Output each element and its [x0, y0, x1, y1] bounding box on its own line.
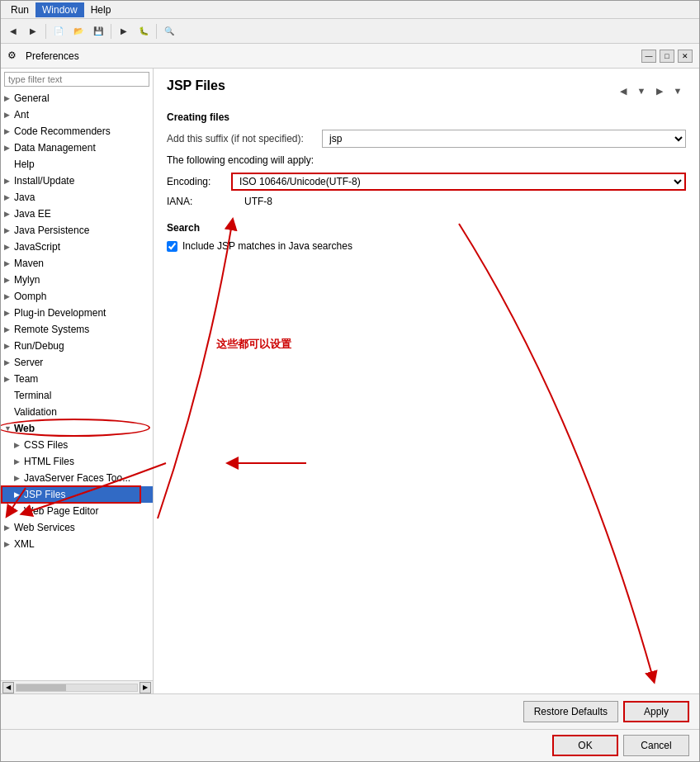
right-panel: JSP Files ◀ ▼ ▶ ▼ Creating files Add thi… — [154, 69, 699, 693]
label-html-files: HTML Files — [24, 456, 74, 467]
tree-item-java-ee[interactable]: ▶ Java EE — [1, 206, 153, 222]
annotation-text: 这些都可以设置 — [216, 337, 291, 352]
tree-item-validation[interactable]: Validation — [1, 404, 153, 420]
arrow-html-files: ▶ — [14, 457, 24, 466]
label-maven: Maven — [14, 258, 44, 269]
tree-item-javascript[interactable]: ▶ JavaScript — [1, 239, 153, 255]
checkbox-row: Include JSP matches in Java searches — [167, 240, 686, 252]
arrow-mylyn: ▶ — [4, 276, 14, 284]
tree-item-xml[interactable]: ▶ XML — [1, 536, 153, 552]
arrow-xml: ▶ — [4, 540, 14, 548]
apply-button[interactable]: Apply — [623, 701, 689, 722]
tree-item-run-debug[interactable]: ▶ Run/Debug — [1, 338, 153, 354]
cancel-button[interactable]: Cancel — [623, 735, 689, 756]
arrow-oomph: ▶ — [4, 292, 14, 301]
ok-button[interactable]: OK — [552, 735, 618, 756]
tree-item-jsf-tools[interactable]: ▶ JavaServer Faces Too... — [1, 470, 153, 486]
tree-item-jsp-files[interactable]: ▶ JSP Files — [1, 486, 153, 503]
window-title: Preferences — [26, 50, 641, 62]
tree-item-web[interactable]: ▼ Web — [1, 420, 153, 437]
scroll-right[interactable]: ▶ — [140, 682, 151, 693]
nav-more-button[interactable]: ▼ — [669, 83, 686, 99]
label-mylyn: Mylyn — [14, 274, 40, 286]
tree-item-team[interactable]: ▶ Team — [1, 371, 153, 387]
nav-back-button[interactable]: ◀ — [615, 83, 631, 99]
tree-item-terminal[interactable]: Terminal — [1, 387, 153, 404]
tree-item-web-page-editor[interactable]: Web Page Editor — [1, 503, 153, 519]
tree-item-general[interactable]: ▶ General — [1, 90, 153, 106]
nav-dropdown-button[interactable]: ▼ — [633, 83, 650, 99]
content-spacer — [167, 252, 686, 684]
toolbar-open[interactable]: 📂 — [69, 22, 88, 40]
menubar: Run Window Help — [1, 1, 699, 19]
tree-item-web-services[interactable]: ▶ Web Services — [1, 519, 153, 536]
toolbar-debug[interactable]: 🐛 — [135, 22, 153, 40]
label-data-management: Data Management — [14, 142, 96, 154]
tree-item-mylyn[interactable]: ▶ Mylyn — [1, 272, 153, 288]
restore-defaults-button[interactable]: Restore Defaults — [523, 701, 618, 722]
tree-item-java-persistence[interactable]: ▶ Java Persistence — [1, 222, 153, 239]
maximize-button[interactable]: □ — [660, 50, 674, 63]
arrow-general: ▶ — [4, 94, 14, 102]
menu-window[interactable]: Window — [35, 2, 84, 17]
arrow-code-recommenders: ▶ — [4, 127, 14, 135]
arrow-css-files: ▶ — [14, 441, 24, 449]
suffix-row: Add this suffix (if not specified): jsp — [167, 130, 686, 148]
tree-item-css-files[interactable]: ▶ CSS Files — [1, 437, 153, 453]
toolbar-sep-1 — [45, 24, 46, 39]
panel-title: JSP Files — [167, 78, 225, 93]
toolbar: ◀ ▶ 📄 📂 💾 ▶ 🐛 🔍 — [1, 19, 699, 44]
toolbar-new[interactable]: 📄 — [50, 22, 68, 40]
tree-item-remote-systems[interactable]: ▶ Remote Systems — [1, 321, 153, 338]
arrow-maven: ▶ — [4, 259, 14, 267]
left-scrollbar: ◀ ▶ — [1, 680, 153, 693]
tree-item-maven[interactable]: ▶ Maven — [1, 255, 153, 272]
label-web-services: Web Services — [14, 522, 75, 533]
toolbar-save[interactable]: 💾 — [89, 22, 107, 40]
tree-item-code-recommenders[interactable]: ▶ Code Recommenders — [1, 123, 153, 140]
arrow-run-debug: ▶ — [4, 342, 14, 350]
toolbar-forward[interactable]: ▶ — [24, 22, 42, 40]
include-jsp-checkbox[interactable] — [167, 241, 177, 252]
tree-item-help[interactable]: Help — [1, 156, 153, 173]
filter-input[interactable] — [4, 72, 149, 87]
label-web: Web — [14, 423, 35, 434]
label-run-debug: Run/Debug — [14, 340, 64, 352]
arrow-java-ee: ▶ — [4, 210, 14, 218]
tree-item-install-update[interactable]: ▶ Install/Update — [1, 173, 153, 189]
minimize-button[interactable]: — — [641, 50, 656, 63]
label-java: Java — [14, 192, 35, 203]
search-section: Search Include JSP matches in Java searc… — [167, 222, 686, 252]
tree-item-oomph[interactable]: ▶ Oomph — [1, 288, 153, 305]
tree-item-java[interactable]: ▶ Java — [1, 189, 153, 206]
menu-run[interactable]: Run — [4, 2, 35, 17]
close-button[interactable]: ✕ — [678, 50, 693, 63]
arrow-data-management: ▶ — [4, 144, 14, 152]
iana-value: UTF-8 — [231, 196, 272, 207]
encoding-heading: The following encoding will apply: — [167, 154, 314, 166]
tree-item-server[interactable]: ▶ Server — [1, 354, 153, 371]
menu-help[interactable]: Help — [84, 2, 118, 17]
label-team: Team — [14, 373, 38, 385]
tree-item-ant[interactable]: ▶ Ant — [1, 106, 153, 123]
arrow-ant: ▶ — [4, 111, 14, 119]
tree-item-plug-in-dev[interactable]: ▶ Plug-in Development — [1, 305, 153, 321]
arrow-jsp-files: ▶ — [14, 490, 24, 499]
tree-item-html-files[interactable]: ▶ HTML Files — [1, 453, 153, 470]
arrow-jsf-tools: ▶ — [14, 474, 24, 482]
toolbar-run[interactable]: ▶ — [115, 22, 133, 40]
left-panel: ▶ General ▶ Ant ▶ Code Recommenders ▶ Da… — [1, 69, 154, 693]
scroll-left[interactable]: ◀ — [2, 682, 14, 693]
encoding-select[interactable]: ISO 10646/Unicode(UTF-8) — [231, 173, 686, 191]
toolbar-back[interactable]: ◀ — [4, 22, 22, 40]
arrow-javascript: ▶ — [4, 243, 14, 251]
toolbar-search[interactable]: 🔍 — [160, 22, 178, 40]
label-install-update: Install/Update — [14, 175, 74, 187]
main-content: ▶ General ▶ Ant ▶ Code Recommenders ▶ Da… — [1, 69, 699, 693]
tree-item-data-management[interactable]: ▶ Data Management — [1, 140, 153, 156]
nav-forward-button[interactable]: ▶ — [651, 83, 668, 99]
suffix-select[interactable]: jsp — [322, 130, 686, 148]
scroll-track[interactable] — [16, 684, 138, 692]
label-help: Help — [14, 159, 35, 170]
label-oomph: Oomph — [14, 291, 46, 302]
